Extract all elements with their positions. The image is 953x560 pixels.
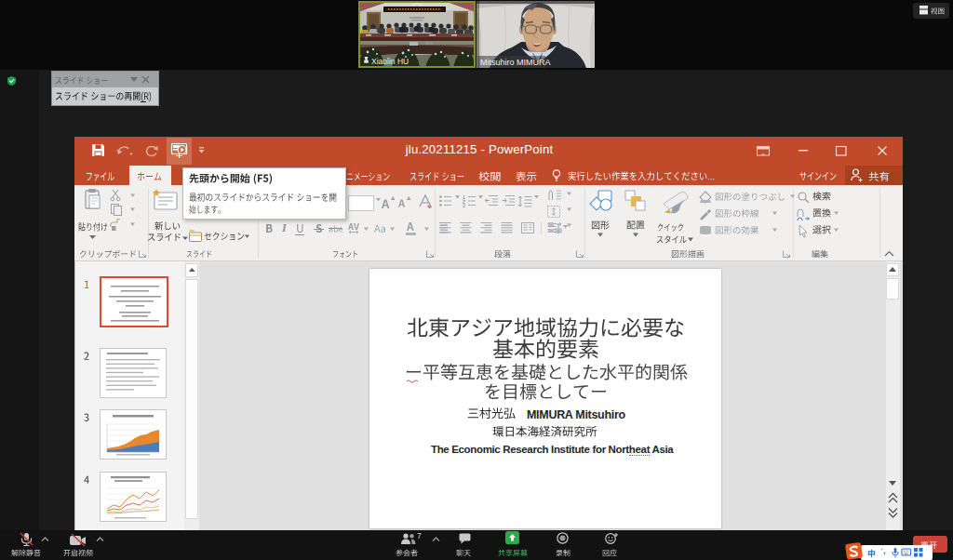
svg-text:Xiaolin HU: Xiaolin HU: [371, 57, 409, 66]
svg-text:Mitsuhiro MIMURA: Mitsuhiro MIMURA: [480, 58, 551, 67]
